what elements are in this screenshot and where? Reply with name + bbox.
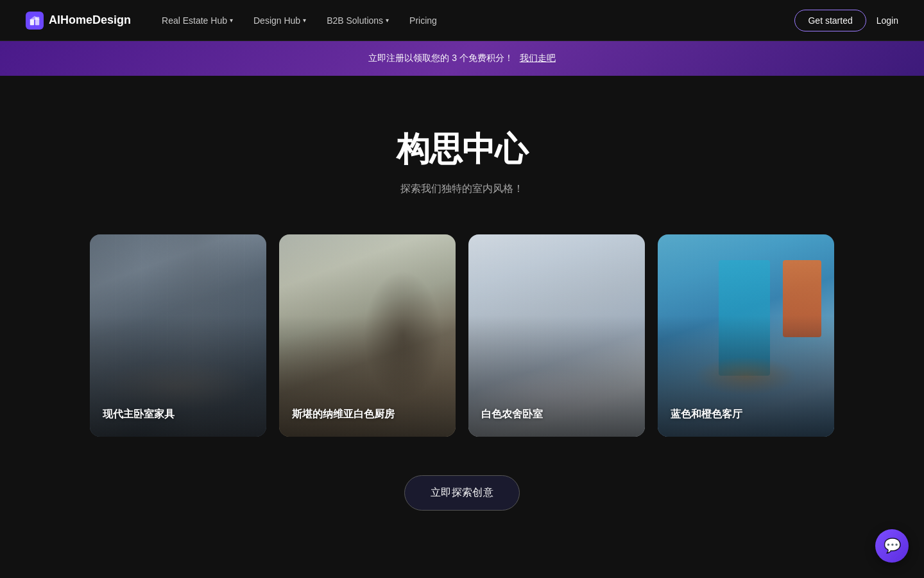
chevron-down-icon: ▾ xyxy=(230,17,233,24)
card-farmhouse-bedroom[interactable]: 白色农舍卧室 xyxy=(468,234,645,437)
card-label: 白色农舍卧室 xyxy=(481,407,632,421)
hero-subtitle: 探索我们独特的室内风格！ xyxy=(400,182,524,196)
nav-left: AIHomeDesign Real Estate Hub ▾ Design Hu… xyxy=(26,10,445,31)
explore-cta-button[interactable]: 立即探索创意 xyxy=(404,475,520,511)
card-label: 蓝色和橙色客厅 xyxy=(671,407,821,421)
cards-grid: 现代主卧室家具 斯堪的纳维亚白色厨房 白色农舍卧室 蓝色和橙色客厅 xyxy=(90,234,834,437)
main-content: 构思中心 探索我们独特的室内风格！ 现代主卧室家具 斯堪的纳维亚白色厨房 白色农… xyxy=(0,76,924,578)
logo-text: AIHomeDesign xyxy=(49,13,131,27)
chat-bubble-button[interactable]: 💬 xyxy=(875,529,909,563)
nav-b2b-solutions[interactable]: B2B Solutions ▾ xyxy=(319,10,397,31)
nav-real-estate-hub[interactable]: Real Estate Hub ▾ xyxy=(154,10,241,31)
nav-links: Real Estate Hub ▾ Design Hub ▾ B2B Solut… xyxy=(154,10,445,31)
banner-link[interactable]: 我们走吧 xyxy=(520,53,556,63)
navbar: AIHomeDesign Real Estate Hub ▾ Design Hu… xyxy=(0,0,924,41)
card-label: 斯堪的纳维亚白色厨房 xyxy=(292,407,443,421)
card-scandinavian-kitchen[interactable]: 斯堪的纳维亚白色厨房 xyxy=(279,234,456,437)
nav-design-hub[interactable]: Design Hub ▾ xyxy=(246,10,314,31)
chevron-down-icon: ▾ xyxy=(386,17,389,24)
svg-rect-0 xyxy=(30,19,34,25)
logo[interactable]: AIHomeDesign xyxy=(26,12,131,30)
card-blue-orange-living[interactable]: 蓝色和橙色客厅 xyxy=(658,234,834,437)
chevron-down-icon: ▾ xyxy=(303,17,306,24)
promo-banner: 立即注册以领取您的 3 个免费积分！ 我们走吧 xyxy=(0,41,924,76)
card-label: 现代主卧室家具 xyxy=(103,407,253,421)
get-started-button[interactable]: Get started xyxy=(794,10,866,31)
nav-right: Get started Login xyxy=(794,10,898,31)
logo-icon xyxy=(26,12,44,30)
banner-text: 立即注册以领取您的 3 个免费积分！ xyxy=(368,53,513,63)
chat-icon: 💬 xyxy=(884,538,901,554)
hero-title: 构思中心 xyxy=(397,127,527,172)
nav-pricing[interactable]: Pricing xyxy=(402,10,445,31)
card-modern-bedroom[interactable]: 现代主卧室家具 xyxy=(90,234,266,437)
login-button[interactable]: Login xyxy=(877,15,898,26)
